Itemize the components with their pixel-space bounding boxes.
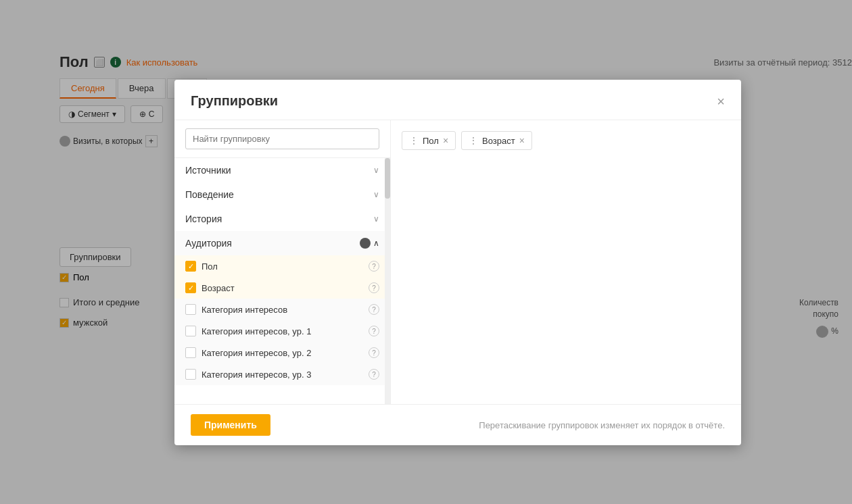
age-info-icon[interactable]: ? xyxy=(369,282,379,293)
history-chevron: ∨ xyxy=(373,214,379,224)
audience-header[interactable]: Аудитория ∧ xyxy=(174,231,390,255)
interest-3-checkbox[interactable] xyxy=(185,369,196,380)
pol-drag-handle[interactable]: ⋮ xyxy=(409,135,419,146)
modal-left-panel: Источники ∨ Поведение ∨ История ∨ Аудито… xyxy=(174,120,391,404)
audience-circle-icon xyxy=(360,238,371,249)
sub-item-interest-left: Категория интересов xyxy=(185,304,287,315)
age-sub-checkbox[interactable]: ✓ xyxy=(185,282,196,293)
history-label: История xyxy=(185,213,222,224)
sub-item-interest-1-left: Категория интересов, ур. 1 xyxy=(185,326,311,336)
selected-tags-row: ⋮ Пол × ⋮ Возраст × xyxy=(402,131,730,150)
scrollbar-thumb[interactable] xyxy=(385,158,390,199)
age-tag-close[interactable]: × xyxy=(519,136,525,145)
interest-2-info-icon[interactable]: ? xyxy=(369,347,379,358)
age-sub-label: Возраст xyxy=(202,283,235,293)
age-drag-handle[interactable]: ⋮ xyxy=(469,135,478,146)
interest-3-label: Категория интересов, ур. 3 xyxy=(202,370,311,380)
sub-item-pol[interactable]: ✓ Пол ? xyxy=(174,255,390,277)
sources-label: Источники xyxy=(185,165,231,176)
apply-button[interactable]: Применить xyxy=(191,414,270,436)
footer-hint: Перетаскивание группировок изменяет их п… xyxy=(479,420,725,430)
modal-close-button[interactable]: × xyxy=(717,95,725,108)
sub-item-interest-2-left: Категория интересов, ур. 2 xyxy=(185,347,311,358)
categories-list: Источники ∨ Поведение ∨ История ∨ Аудито… xyxy=(174,158,390,404)
interest-checkbox[interactable] xyxy=(185,304,196,315)
sub-item-age[interactable]: ✓ Возраст ? xyxy=(174,277,390,299)
search-box xyxy=(174,120,390,158)
search-input[interactable] xyxy=(185,128,379,149)
modal-body: Источники ∨ Поведение ∨ История ∨ Аудито… xyxy=(174,120,741,404)
audience-chevron-up: ∧ xyxy=(373,238,379,248)
interest-1-checkbox[interactable] xyxy=(185,326,196,336)
behavior-label: Поведение xyxy=(185,189,234,200)
interest-2-label: Категория интересов, ур. 2 xyxy=(202,348,311,358)
age-tag-label: Возраст xyxy=(482,136,515,146)
tag-pol[interactable]: ⋮ Пол × xyxy=(402,131,456,150)
modal-footer: Применить Перетаскивание группировок изм… xyxy=(174,404,741,445)
sub-item-interest-1[interactable]: Категория интересов, ур. 1 ? xyxy=(174,320,390,342)
category-sources[interactable]: Источники ∨ xyxy=(174,158,390,182)
modal-right-panel: ⋮ Пол × ⋮ Возраст × xyxy=(391,120,741,404)
scrollbar-track xyxy=(385,158,390,404)
sub-item-interest-3[interactable]: Категория интересов, ур. 3 ? xyxy=(174,363,390,385)
pol-sub-label: Пол xyxy=(202,261,218,272)
modal-title: Группировки xyxy=(191,93,278,109)
behavior-chevron: ∨ xyxy=(373,190,379,199)
category-audience: Аудитория ∧ ✓ Пол ? xyxy=(174,231,390,385)
interest-1-info-icon[interactable]: ? xyxy=(369,326,379,336)
interest-1-label: Категория интересов, ур. 1 xyxy=(202,326,311,336)
category-behavior[interactable]: Поведение ∨ xyxy=(174,182,390,207)
sub-item-pol-left: ✓ Пол xyxy=(185,261,218,272)
pol-sub-checkbox[interactable]: ✓ xyxy=(185,261,196,272)
pol-tag-label: Пол xyxy=(423,136,439,146)
interest-3-info-icon[interactable]: ? xyxy=(369,369,379,380)
audience-icons: ∧ xyxy=(360,238,379,249)
interest-2-checkbox[interactable] xyxy=(185,347,196,358)
groupings-modal: Группировки × Источники ∨ Поведение ∨ xyxy=(174,80,741,445)
audience-label: Аудитория xyxy=(185,238,232,249)
pol-tag-close[interactable]: × xyxy=(443,136,448,145)
interest-label: Категория интересов xyxy=(202,305,287,315)
sub-item-interest-3-left: Категория интересов, ур. 3 xyxy=(185,369,311,380)
pol-info-icon[interactable]: ? xyxy=(369,261,379,272)
modal-header: Группировки × xyxy=(174,80,741,120)
tag-age[interactable]: ⋮ Возраст × xyxy=(461,131,532,150)
sources-chevron: ∨ xyxy=(373,166,379,175)
category-history[interactable]: История ∨ xyxy=(174,207,390,231)
sub-item-interest[interactable]: Категория интересов ? xyxy=(174,299,390,320)
sub-item-interest-2[interactable]: Категория интересов, ур. 2 ? xyxy=(174,342,390,363)
sub-item-age-left: ✓ Возраст xyxy=(185,282,235,293)
interest-info-icon[interactable]: ? xyxy=(369,304,379,315)
